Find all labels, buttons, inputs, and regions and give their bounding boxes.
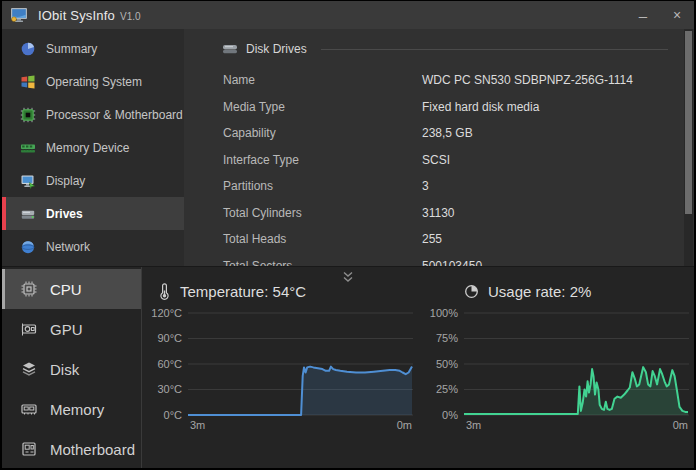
hw-item-cpu[interactable]: CPU [2, 269, 141, 309]
table-row: Total Heads255 [222, 226, 672, 253]
svg-text:0°C: 0°C [164, 409, 183, 421]
table-row: Media TypeFixed hard disk media [222, 94, 672, 121]
pie-gauge-icon [464, 284, 479, 299]
sidebar-item-network[interactable]: Network [2, 230, 184, 263]
sidebar-top: SummaryOperating SystemProcessor & Mothe… [2, 29, 184, 266]
sidebar-bottom: CPUGPUDiskMemoryMotherboard [2, 267, 142, 468]
hw-item-gpu[interactable]: GPU [2, 309, 141, 349]
app-version: V1.0 [120, 11, 141, 22]
row-value: SCSI [422, 153, 450, 167]
scrollbar-thumb[interactable] [685, 31, 692, 214]
bottom-panel: CPUGPUDiskMemoryMotherboard Temperature:… [2, 266, 694, 468]
temperature-plot: 0°C30°C60°C90°C120°C3m0m [142, 306, 418, 442]
table-row: Total Sectors500103450 [222, 253, 672, 267]
temperature-chart: Temperature: 54°C 0°C30°C60°C90°C120°C3m… [142, 280, 418, 468]
sidebar-item-drives[interactable]: Drives [2, 197, 184, 230]
hw-item-motherboard[interactable]: Motherboard [2, 429, 141, 469]
row-label: Capability [222, 126, 422, 140]
sidebar-item-label: Display [46, 174, 85, 188]
svg-text:25%: 25% [436, 383, 458, 395]
sidebar-item-label: Processor & Motherboard [46, 108, 183, 122]
monitor-app-icon [10, 7, 30, 23]
hw-item-disk[interactable]: Disk [2, 349, 141, 389]
chart-canvas: 0°C30°C60°C90°C120°C3m0m [142, 306, 414, 438]
row-value: Fixed hard disk media [422, 100, 539, 114]
motherboard-icon [20, 440, 38, 458]
row-value: 3 [422, 179, 429, 193]
table-row: Interface TypeSCSI [222, 147, 672, 174]
svg-text:120°C: 120°C [151, 307, 182, 319]
sidebar-item-label: Drives [46, 207, 83, 221]
section-divider [321, 49, 668, 50]
chevron-down-icon[interactable] [340, 269, 356, 287]
row-value: WDC PC SN530 SDBPNPZ-256G-1114 [422, 73, 633, 87]
gpu-icon [20, 320, 38, 338]
row-value: 238,5 GB [422, 126, 473, 140]
row-value: 31130 [422, 206, 454, 220]
row-value: 500103450 [422, 259, 482, 266]
minimize-button[interactable]: – [626, 1, 660, 29]
sidebar-item-operating-system[interactable]: Operating System [2, 65, 184, 98]
chart-canvas: 0%25%50%75%100%3m0m [418, 306, 690, 438]
windows-icon [20, 74, 36, 90]
svg-text:3m: 3m [466, 419, 481, 431]
sidebar-item-label: Summary [46, 42, 97, 56]
sidebar-item-summary[interactable]: Summary [2, 32, 184, 65]
scrollbar[interactable] [684, 29, 693, 266]
table-row: NameWDC PC SN530 SDBPNPZ-256G-1114 [222, 67, 672, 94]
detail-pane: Disk Drives NameWDC PC SN530 SDBPNPZ-256… [184, 29, 694, 266]
drive-icon [20, 206, 36, 222]
app-title: IObit SysInfo [38, 8, 115, 23]
sidebar-item-display[interactable]: Display [2, 164, 184, 197]
close-button[interactable]: × [660, 1, 694, 29]
hw-item-label: CPU [50, 281, 82, 298]
monitor-icon [20, 173, 36, 189]
hw-item-memory[interactable]: Memory [2, 389, 141, 429]
temperature-chart-header: Temperature: 54°C [158, 280, 418, 302]
row-label: Name [222, 73, 422, 87]
chip-icon [20, 107, 36, 123]
section-header: Disk Drives [222, 37, 672, 61]
svg-text:3m: 3m [190, 419, 205, 431]
sidebar-item-memory-device[interactable]: Memory Device [2, 131, 184, 164]
title-bar: IObit SysInfo V1.0 – × [2, 1, 694, 29]
row-label: Media Type [222, 100, 422, 114]
hw-item-label: Motherboard [50, 441, 135, 458]
usage-chart-header: Usage rate: 2% [464, 280, 694, 302]
section-title: Disk Drives [246, 42, 307, 56]
app-window: IObit SysInfo V1.0 – × SummaryOperating … [0, 0, 696, 470]
row-label: Partitions [222, 179, 422, 193]
usage-chart-title: Usage rate: 2% [488, 283, 591, 300]
usage-plot: 0%25%50%75%100%3m0m [418, 306, 694, 442]
cpu-icon [20, 280, 38, 298]
row-label: Interface Type [222, 153, 422, 167]
info-rows: NameWDC PC SN530 SDBPNPZ-256G-1114Media … [222, 67, 672, 266]
svg-text:50%: 50% [436, 358, 458, 370]
svg-text:60°C: 60°C [157, 358, 182, 370]
sidebar-item-label: Network [46, 240, 90, 254]
hw-item-label: Disk [50, 361, 79, 378]
memory-icon [20, 400, 38, 418]
sidebar-item-processor-motherboard[interactable]: Processor & Motherboard [2, 98, 184, 131]
temperature-chart-title: Temperature: 54°C [180, 283, 306, 300]
drive-small-icon [222, 43, 238, 55]
svg-text:0m: 0m [397, 419, 412, 431]
sidebar-item-label: Operating System [46, 75, 142, 89]
globe-icon [20, 239, 36, 255]
svg-text:30°C: 30°C [157, 383, 182, 395]
svg-text:90°C: 90°C [157, 332, 182, 344]
table-row: Capability238,5 GB [222, 120, 672, 147]
svg-text:75%: 75% [436, 332, 458, 344]
table-row: Total Cylinders31130 [222, 200, 672, 227]
thermometer-icon [158, 282, 171, 301]
row-label: Total Heads [222, 232, 422, 246]
charts-area: Temperature: 54°C 0°C30°C60°C90°C120°C3m… [142, 267, 694, 468]
svg-text:0%: 0% [442, 409, 458, 421]
disk-icon [20, 360, 38, 378]
row-label: Total Cylinders [222, 206, 422, 220]
table-row: Partitions3 [222, 173, 672, 200]
svg-text:100%: 100% [430, 307, 458, 319]
hw-item-label: Memory [50, 401, 104, 418]
pie-chart-icon [20, 41, 36, 57]
ram-icon [20, 140, 36, 156]
